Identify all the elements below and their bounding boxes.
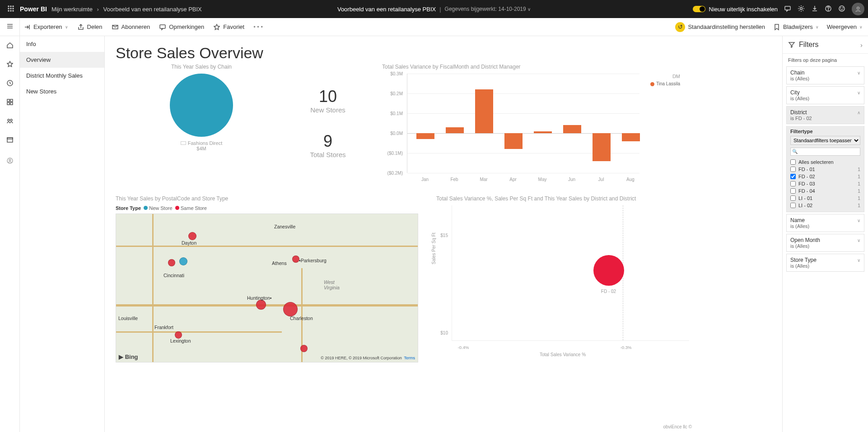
breadcrumb-report[interactable]: Voorbeeld van een retailanalyse PBIX xyxy=(103,6,202,13)
svg-point-27 xyxy=(9,159,11,161)
reset-button[interactable]: ↺Standaardinstelling herstellen xyxy=(675,22,765,32)
svg-rect-29 xyxy=(160,25,165,28)
filtertype-label: Filtertype xyxy=(790,129,860,134)
comments-button[interactable]: Opmerkingen xyxy=(159,23,204,31)
tab-new-stores[interactable]: New Stores xyxy=(20,84,104,99)
feedback-icon[interactable] xyxy=(838,5,845,14)
profile-rail-icon[interactable] xyxy=(6,157,14,166)
chevron-down-icon: ∨ xyxy=(857,218,860,223)
gear-icon[interactable] xyxy=(798,5,805,14)
svg-rect-19 xyxy=(10,99,13,102)
filter-card-store-type[interactable]: Store Type is (Alles) ∨ xyxy=(786,254,864,272)
scatter-visual[interactable]: Total Sales Variance %, Sales Per Sq Ft … xyxy=(436,195,689,362)
svg-point-16 xyxy=(857,7,859,9)
data-updated-label[interactable]: Gegevens bijgewerkt: 14-10-2019 ∨ xyxy=(445,6,531,12)
header-center: Voorbeeld van een retailanalyse PBIX | G… xyxy=(337,6,531,13)
filter-icon xyxy=(788,41,795,48)
download-icon[interactable] xyxy=(811,5,818,14)
filter-card-name[interactable]: Name is (Alles) ∨ xyxy=(786,214,864,232)
overflow-button[interactable]: • • • xyxy=(253,23,263,30)
kpi-new-stores[interactable]: 10 New Stores xyxy=(287,87,369,114)
apps-icon[interactable] xyxy=(6,98,14,107)
expand-pane-icon[interactable]: › xyxy=(860,41,863,49)
svg-rect-9 xyxy=(785,6,790,10)
filter-option[interactable]: FD - 031 xyxy=(790,180,860,187)
subscribe-button[interactable]: Abonneren xyxy=(112,23,150,31)
tab-info[interactable]: Info xyxy=(20,36,104,52)
svg-point-12 xyxy=(828,10,829,10)
filter-expanded-body: Filtertype Standaardfilters toepassen 🔍 … xyxy=(786,126,864,212)
toggle-switch-icon[interactable] xyxy=(693,6,705,12)
svg-point-0 xyxy=(8,6,9,7)
avatar[interactable] xyxy=(852,3,864,15)
brand-label[interactable]: Power BI xyxy=(20,5,47,13)
terms-link[interactable]: Terms xyxy=(404,356,415,360)
svg-point-7 xyxy=(10,10,11,11)
chevron-down-icon: ∨ xyxy=(857,70,860,75)
bookmarks-button[interactable]: Bladwijzers∨ xyxy=(773,23,819,31)
chevron-down-icon: ∨ xyxy=(857,90,860,95)
export-button[interactable]: Exporteren∨ xyxy=(23,23,68,31)
report-canvas: Store Sales Overview This Year Sales by … xyxy=(105,36,782,432)
search-icon: 🔍 xyxy=(792,149,798,154)
filter-card-chain[interactable]: Chain is (Alles) ∨ xyxy=(786,66,864,84)
shared-icon[interactable] xyxy=(6,117,14,126)
home-icon[interactable] xyxy=(6,42,14,51)
map-visual[interactable]: This Year Sales by PostalCode and Store … xyxy=(116,195,418,362)
svg-point-13 xyxy=(839,6,845,11)
donut-chart[interactable]: Fashions Direct $4M xyxy=(116,74,287,151)
svg-rect-25 xyxy=(7,138,13,139)
donut-slice xyxy=(170,74,233,137)
nav-rail xyxy=(0,18,20,432)
chat-icon[interactable] xyxy=(784,5,791,14)
svg-point-14 xyxy=(840,7,841,8)
svg-point-23 xyxy=(10,119,12,121)
report-toolbar: Exporteren∨ Delen Abonneren Opmerkingen … xyxy=(0,18,868,36)
kpi-total-stores[interactable]: 9 Total Stores xyxy=(287,132,369,158)
filter-search-input[interactable] xyxy=(790,148,860,156)
filter-option[interactable]: LI - 021 xyxy=(790,202,860,209)
bing-logo: ▶ Bing xyxy=(119,353,138,360)
svg-rect-18 xyxy=(7,99,9,102)
filter-option[interactable]: FD - 011 xyxy=(790,166,860,173)
filter-card-open-month[interactable]: Open Month is (Alles) ∨ xyxy=(786,234,864,252)
scatter-plot: Sales Per Sq Ft $15 $10 FD - 02 -0.4% -0… xyxy=(436,205,689,350)
filtertype-select[interactable]: Standaardfilters toepassen xyxy=(790,136,860,145)
filter-option[interactable]: FD - 041 xyxy=(790,187,860,195)
svg-point-2 xyxy=(13,6,14,7)
map-credits: © 2019 HERE, © 2019 Microsoft Corporatio… xyxy=(321,356,415,360)
svg-rect-24 xyxy=(7,138,13,142)
breadcrumb-workspace[interactable]: Mijn werkruimte xyxy=(51,6,93,13)
recent-icon[interactable] xyxy=(6,79,14,88)
filter-card-city[interactable]: City is (Alles) ∨ xyxy=(786,86,864,104)
filters-pane: Filters › Filters op deze pagina Chain i… xyxy=(782,36,868,432)
bar-chart-plot: $0.3M $0.2M $0.1M $0.0M ($0.1M) ($0.2M) xyxy=(382,74,639,182)
help-icon[interactable] xyxy=(825,5,832,14)
svg-point-3 xyxy=(8,8,9,9)
map-legend: Store Type New Store Same Store xyxy=(116,205,418,211)
filter-option[interactable]: FD - 021 xyxy=(790,173,860,180)
filter-option[interactable]: LI - 011 xyxy=(790,195,860,202)
scatter-title: Total Sales Variance %, Sales Per Sq Ft … xyxy=(436,195,689,202)
page-tabs: Info Overview District Monthly Sales New… xyxy=(20,36,105,432)
chevron-up-icon: ∧ xyxy=(857,110,860,115)
svg-rect-21 xyxy=(10,102,13,105)
filter-option-all[interactable]: Alles selecteren xyxy=(790,158,860,166)
bar-chart-visual[interactable]: Total Sales Variance by FiscalMonth and … xyxy=(382,64,771,182)
svg-point-6 xyxy=(8,10,9,11)
favorite-button[interactable]: Favoriet xyxy=(213,23,244,31)
map-canvas[interactable]: Dayton Zanesville Athens •Parkersburg Ci… xyxy=(116,214,418,362)
svg-point-5 xyxy=(13,8,14,9)
page-title: Store Sales Overview xyxy=(116,44,771,62)
filter-card-district[interactable]: District is FD - 02 ∧ xyxy=(786,106,864,124)
app-launcher-icon[interactable] xyxy=(4,5,18,14)
view-button[interactable]: Weergeven∨ xyxy=(827,23,863,30)
tab-overview[interactable]: Overview xyxy=(20,52,104,68)
new-look-toggle[interactable]: Nieuw uiterlijk inschakelen xyxy=(693,6,778,13)
svg-point-1 xyxy=(10,6,11,7)
share-button[interactable]: Delen xyxy=(77,23,103,31)
star-icon[interactable] xyxy=(6,60,14,70)
tab-district-monthly[interactable]: District Monthly Sales xyxy=(20,68,104,84)
workspace-icon[interactable] xyxy=(6,136,14,145)
filters-title: Filters xyxy=(799,41,819,49)
